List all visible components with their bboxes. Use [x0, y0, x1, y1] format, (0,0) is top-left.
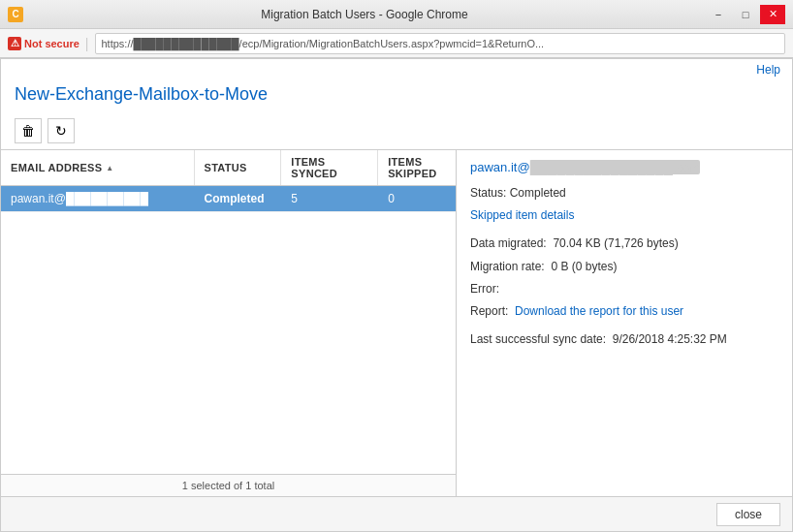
detail-error: Error:	[470, 280, 778, 298]
migration-rate-value: 0 B (0 bytes)	[551, 260, 617, 273]
col-header-status[interactable]: STATUS	[195, 150, 282, 185]
detail-migration-rate: Migration rate: 0 B (0 bytes)	[470, 258, 778, 276]
last-sync-value: 9/26/2018 4:25:32 PM	[613, 332, 727, 346]
col-items-synced-label: ITEMS SYNCED	[291, 156, 367, 179]
col-header-items-synced[interactable]: ITEMS SYNCED	[281, 150, 378, 185]
title-bar: C Migration Batch Users - Google Chrome …	[0, 0, 793, 29]
col-status-label: STATUS	[205, 162, 247, 173]
cell-items-synced: 5	[281, 186, 378, 211]
refresh-icon: ↻	[55, 123, 67, 139]
status-bar: 1 selected of 1 total	[1, 474, 456, 496]
download-report-link[interactable]: Download the report for this user	[515, 304, 683, 318]
col-email-label: EMAIL ADDRESS	[11, 162, 102, 173]
help-link[interactable]: Help	[756, 63, 780, 77]
delete-button[interactable]: 🗑	[15, 118, 42, 143]
detail-status-value: Completed	[510, 186, 566, 200]
cell-email: pawan.it@██████████	[1, 186, 195, 211]
address-bar: ⚠ Not secure | https://██████████████/ec…	[0, 29, 793, 58]
close-window-button[interactable]: ✕	[760, 5, 785, 24]
warning-icon: ⚠	[8, 37, 21, 50]
detail-section-sync: Last successful sync date: 9/26/2018 4:2…	[470, 330, 778, 349]
app-icon: C	[8, 7, 23, 22]
main-window: Help New-Exchange-Mailbox-to-Move 🗑 ↻ EM…	[0, 58, 793, 532]
list-panel: EMAIL ADDRESS ▲ STATUS ITEMS SYNCED ITEM…	[1, 150, 457, 496]
data-migrated-value: 70.04 KB (71,726 bytes)	[553, 236, 678, 250]
detail-status: Status: Completed	[470, 184, 778, 203]
refresh-button[interactable]: ↻	[48, 118, 75, 143]
page-title: New-Exchange-Mailbox-to-Move	[1, 77, 792, 114]
migration-rate-label: Migration rate:	[470, 260, 545, 273]
close-button[interactable]: close	[716, 503, 780, 526]
col-header-items-skipped[interactable]: ITEMS SKIPPED	[378, 150, 456, 185]
col-items-skipped-label: ITEMS SKIPPED	[388, 156, 446, 179]
bottom-bar: close	[1, 496, 792, 531]
error-label: Error:	[470, 282, 499, 296]
detail-panel: pawan.it@████████████████.com Status: Co…	[457, 150, 792, 496]
pipe-divider: |	[85, 36, 89, 51]
table-header: EMAIL ADDRESS ▲ STATUS ITEMS SYNCED ITEM…	[1, 150, 456, 186]
content-area: EMAIL ADDRESS ▲ STATUS ITEMS SYNCED ITEM…	[1, 149, 792, 496]
detail-last-sync: Last successful sync date: 9/26/2018 4:2…	[470, 330, 778, 349]
last-sync-label: Last successful sync date:	[470, 332, 606, 346]
detail-data-migrated: Data migrated: 70.04 KB (71,726 bytes)	[470, 235, 778, 253]
delete-icon: 🗑	[21, 123, 35, 139]
help-row: Help	[1, 59, 792, 77]
table-body: pawan.it@██████████ Completed 5 0	[1, 186, 456, 474]
detail-status-label: Status:	[470, 186, 506, 200]
window-title: Migration Batch Users - Google Chrome	[23, 8, 706, 21]
url-bar[interactable]: https://██████████████/ecp/Migration/Mig…	[95, 33, 786, 54]
data-migrated-label: Data migrated:	[470, 236, 547, 250]
cell-status: Completed	[195, 186, 282, 211]
minimize-button[interactable]: −	[706, 5, 731, 24]
skipped-item-details-link[interactable]: Skipped item details	[470, 208, 574, 222]
toolbar: 🗑 ↻	[1, 114, 792, 149]
security-label: Not secure	[24, 38, 79, 49]
restore-button[interactable]: □	[733, 5, 758, 24]
cell-items-skipped: 0	[378, 186, 456, 211]
url-text: https://██████████████/ecp/Migration/Mig…	[102, 38, 545, 49]
window-controls: − □ ✕	[706, 5, 785, 24]
security-badge: ⚠ Not secure	[8, 37, 79, 50]
table-row[interactable]: pawan.it@██████████ Completed 5 0	[1, 186, 456, 212]
sort-arrow-icon: ▲	[106, 164, 113, 172]
detail-report: Report: Download the report for this use…	[470, 302, 778, 321]
report-label: Report:	[470, 304, 508, 318]
detail-section-data: Data migrated: 70.04 KB (71,726 bytes) M…	[470, 235, 778, 321]
detail-email: pawan.it@████████████████.com	[470, 160, 778, 174]
detail-skipped-link-row: Skipped item details	[470, 206, 778, 225]
col-header-email[interactable]: EMAIL ADDRESS ▲	[1, 150, 195, 185]
